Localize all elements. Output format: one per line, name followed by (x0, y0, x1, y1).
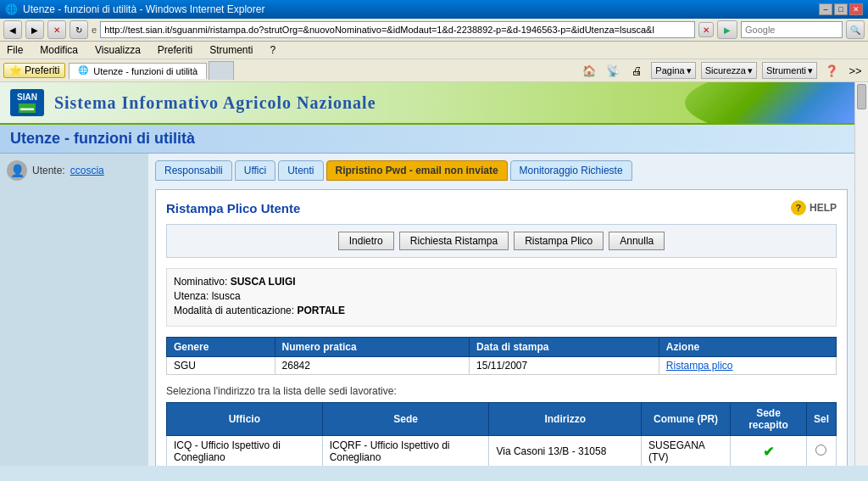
toolbar-right: 🏠 📡 🖨 Pagina ▾ Sicurezza ▾ Strumenti ▾ ❓… (580, 61, 865, 80)
utenza-row: Utenza: lsusca (174, 290, 829, 302)
sian-logo-stripe: ▬▬ (19, 103, 36, 113)
pagina-label: Pagina (655, 65, 684, 76)
cell-numero: 26842 (275, 357, 470, 375)
offices-cell-indirizzo: Via Casoni 13/B - 31058 (489, 436, 642, 467)
help-circle-icon: ? (791, 200, 806, 215)
tab-responsabili[interactable]: Responsabili (155, 160, 232, 181)
nominativo-row: Nominativo: SUSCA LUIGI (174, 276, 829, 288)
action-buttons-bar: Indietro Richiesta Ristampa Ristampa Pli… (166, 224, 837, 258)
window-title: Utenze - funzioni di utilità - Windows I… (23, 3, 264, 15)
menu-strumenti[interactable]: Strumenti (206, 42, 256, 58)
content-box: Ristampa Plico Utente ? HELP Indietro Ri… (155, 189, 848, 466)
scrollbar[interactable] (854, 82, 868, 466)
strumenti-label: Strumenti (766, 65, 806, 76)
modalita-row: Modalità di autenticazione: PORTALE (174, 305, 829, 316)
forward-button[interactable]: ▶ (25, 20, 44, 39)
stop-button[interactable]: ✕ (47, 20, 66, 39)
sicurezza-label: Sicurezza (705, 65, 746, 76)
search-button[interactable]: 🔍 (846, 20, 865, 39)
title-bar-left: 🌐 Utenze - funzioni di utilità - Windows… (5, 3, 264, 15)
utenza-label: Utenza: (174, 290, 209, 302)
menu-modifica[interactable]: Modifica (36, 42, 81, 58)
richiesta-ristampa-button[interactable]: Richiesta Ristampa (399, 232, 509, 250)
back-button[interactable]: ◀ (3, 20, 22, 39)
offices-col-sede: Sede (322, 403, 489, 436)
sian-header: SIAN ▬▬ Sistema Informativo Agricolo Naz… (0, 82, 854, 125)
tab-ripristino[interactable]: Ripristino Pwd - email non inviate (326, 160, 508, 181)
check-icon: ✔ (763, 445, 774, 459)
star-icon: ⭐ (9, 64, 22, 76)
offices-col-ufficio: Ufficio (167, 403, 323, 436)
rss-icon[interactable]: 📡 (604, 61, 622, 80)
window-icon: 🌐 (5, 3, 18, 15)
active-tab[interactable]: 🌐 Utenze - funzioni di utilità (69, 63, 207, 79)
page-content: SIAN ▬▬ Sistema Informativo Agricolo Naz… (0, 82, 854, 466)
tab-monitoraggio[interactable]: Monitoraggio Richieste (510, 160, 632, 181)
menu-visualizza[interactable]: Visualizza (92, 42, 144, 58)
utenza-value: lsusca (212, 290, 241, 302)
pagina-dropdown[interactable]: Pagina ▾ (651, 62, 695, 79)
favorites-label: Preferiti (25, 64, 59, 76)
offices-row: ICQ - Ufficio Ispettivo di ConeglianoICQ… (167, 436, 837, 467)
ristampa-plico-button[interactable]: Ristampa Plico (514, 232, 604, 250)
nominativo-label: Nominativo: (174, 276, 227, 288)
col-data-stampa: Data di stampa (470, 338, 659, 357)
section-header: Ristampa Plico Utente ? HELP (166, 200, 837, 215)
cell-data: 15/11/2007 (470, 357, 659, 375)
new-tab-placeholder[interactable] (209, 61, 234, 80)
offices-cell-sel[interactable] (806, 436, 836, 467)
page-title: Utenze - funzioni di utilità (0, 125, 854, 154)
col-genere: Genere (167, 338, 275, 357)
minimize-button[interactable]: – (819, 3, 832, 15)
go-button[interactable]: ▶ (717, 20, 737, 39)
main-layout: 👤 Utente: ccoscia Responsabili Uffici Ut… (0, 154, 854, 466)
sian-logo-text: SIAN (17, 92, 37, 102)
data-table: Genere Numero pratica Data di stampa Azi… (166, 337, 837, 375)
user-avatar: 👤 (7, 160, 27, 181)
office-radio[interactable] (815, 445, 826, 456)
sicurezza-dropdown[interactable]: Sicurezza ▾ (701, 62, 757, 79)
table-row: SGU 26842 15/11/2007 Ristampa plico (167, 357, 837, 375)
maximize-button[interactable]: □ (834, 3, 848, 15)
menu-preferiti[interactable]: Preferiti (154, 42, 196, 58)
delete-url-button[interactable]: ✕ (698, 22, 714, 37)
search-input[interactable] (741, 21, 843, 38)
help-button[interactable]: ? HELP (791, 200, 837, 215)
print-icon[interactable]: 🖨 (627, 61, 646, 80)
pagina-chevron-icon: ▾ (687, 65, 692, 76)
home-icon[interactable]: 🏠 (580, 61, 598, 80)
favorites-button[interactable]: ⭐ Preferiti (3, 63, 65, 78)
user-name-link[interactable]: ccoscia (70, 165, 104, 176)
tab-uffici[interactable]: Uffici (235, 160, 275, 181)
refresh-button[interactable]: ↻ (70, 20, 88, 39)
offices-cell-recapito: ✔ (731, 436, 807, 467)
nav-tabs: Responsabili Uffici Utenti Ripristino Pw… (155, 160, 848, 181)
strumenti-dropdown[interactable]: Strumenti ▾ (762, 62, 817, 79)
sian-landscape (685, 82, 854, 123)
col-numero-pratica: Numero pratica (275, 338, 470, 357)
indietro-button[interactable]: Indietro (338, 232, 394, 250)
address-input[interactable] (100, 21, 695, 38)
menu-file[interactable]: File (3, 42, 26, 58)
address-label: e (92, 25, 97, 35)
content-area: Responsabili Uffici Utenti Ripristino Pw… (148, 154, 854, 466)
section-title-text: Ristampa Plico Utente (166, 201, 300, 215)
menu-bar: File Modifica Visualizza Preferiti Strum… (0, 42, 868, 59)
help-icon[interactable]: ❓ (822, 61, 841, 80)
tab-favicon: 🌐 (78, 65, 90, 77)
annulla-button[interactable]: Annulla (609, 232, 665, 250)
close-button[interactable]: ✕ (849, 3, 863, 15)
browser-content: SIAN ▬▬ Sistema Informativo Agricolo Naz… (0, 82, 868, 466)
strumenti-chevron-icon: ▾ (808, 65, 813, 76)
user-label: Utente: (32, 165, 65, 176)
tab-utenti[interactable]: Utenti (278, 160, 323, 181)
help-label: HELP (810, 202, 837, 214)
tab-label: Utenze - funzioni di utilità (93, 66, 198, 76)
menu-help[interactable]: ? (267, 42, 280, 58)
sian-header-title: Sistema Informativo Agricolo Nazionale (54, 93, 376, 113)
expand-icon[interactable]: >> (846, 61, 865, 80)
cell-azione[interactable]: Ristampa plico (659, 357, 836, 375)
user-info-section: Nominativo: SUSCA LUIGI Utenza: lsusca M… (166, 268, 837, 327)
offices-col-indirizzo: Indirizzo (489, 403, 642, 436)
offices-cell-comune: SUSEGANA (TV) (642, 436, 731, 467)
